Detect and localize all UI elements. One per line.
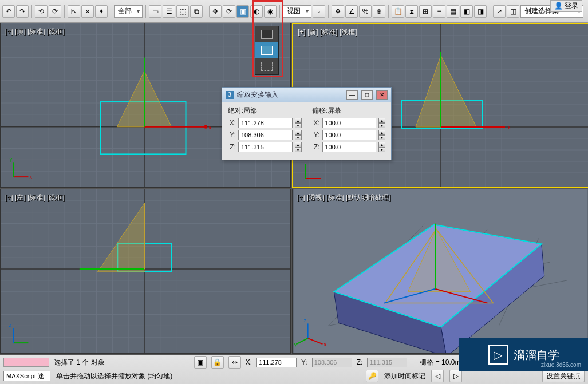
snap-button[interactable]: ❖ [332, 5, 344, 18]
named-sel-button[interactable]: 📋 [392, 5, 404, 18]
offset-screen-label: 偏移:屏幕 [312, 106, 386, 116]
time-next-button[interactable]: ▷ [449, 370, 462, 382]
layer-button[interactable]: ▤ [447, 5, 459, 18]
coord-center-button[interactable]: ▫ [313, 5, 325, 18]
coord-y-field[interactable]: 108.306 [312, 358, 352, 367]
unlink-button[interactable]: ⤫ [81, 5, 94, 18]
main-toolbar: ↶ ↷ ⟲ ⟳ ⇱ ⤫ ✦ 全部 ▭ ☰ ⬚ ⧉ ✥ ⟳ ▣ ◐ ◉ 视图 ▫ … [0, 0, 588, 23]
move-button[interactable]: ✥ [209, 5, 222, 18]
hold-button[interactable]: ⟲ [35, 5, 48, 18]
scale-transform-dialog: 3 缩放变换输入 — □ ✕ 绝对:局部 X: 111.278 ▲▼ Y: 10… [222, 87, 392, 160]
bind-button[interactable]: ✦ [95, 5, 108, 18]
region-select-button[interactable]: ⬚ [176, 5, 189, 18]
spinner-snap-button[interactable]: ⊕ [373, 5, 385, 18]
svg-text:x: x [29, 174, 32, 180]
flyout-nonuniform-scale[interactable] [255, 42, 278, 58]
absolute-local-label: 绝对:局部 [228, 106, 302, 116]
viewport-front-label: [+] [前] [标准] [线框] [298, 27, 357, 37]
login-link[interactable]: 👤 登录 [550, 0, 582, 12]
off-y-spinner[interactable]: ▲▼ [378, 130, 385, 140]
maximize-button[interactable]: □ [361, 90, 373, 100]
svg-text:x: x [508, 124, 511, 130]
abs-y-spinner[interactable]: ▲▼ [295, 130, 302, 140]
window-crossing-button[interactable]: ⧉ [190, 5, 203, 18]
placement-button[interactable]: ◐ [250, 5, 263, 18]
mirror-button[interactable]: ⧗ [405, 5, 418, 18]
flyout-squash-scale[interactable] [255, 58, 278, 74]
scale-button[interactable]: ▣ [236, 5, 249, 18]
time-tag-icon[interactable]: 🔑 [366, 370, 378, 382]
angle-snap-button[interactable]: ∠ [345, 5, 358, 18]
svg-text:z: z [9, 322, 12, 328]
filter-dropdown[interactable]: 全部 [114, 5, 143, 18]
flyout-uniform-scale[interactable] [255, 26, 278, 42]
selection-count-label: 选择了 1 个 对象 [54, 358, 105, 367]
play-icon: ▷ [488, 345, 508, 365]
close-button[interactable]: ✕ [376, 90, 388, 100]
viewport-top-label: [+] [顶] [标准] [线框] [5, 27, 65, 37]
rotate-button[interactable]: ⟳ [223, 5, 235, 18]
off-z-input[interactable]: 100.0 [322, 142, 377, 152]
viewport-perspective[interactable]: x y z [+] [透视] [标准] [默认明暗处理] [292, 189, 588, 354]
dialog-titlebar[interactable]: 3 缩放变换输入 — □ ✕ [222, 88, 391, 102]
scene-explorer-button[interactable]: ◧ [460, 5, 473, 18]
abs-x-spinner[interactable]: ▲▼ [295, 118, 302, 128]
redo-button[interactable]: ↷ [16, 5, 29, 18]
add-time-tag-label[interactable]: 添加时间标记 [384, 371, 425, 381]
maxscript-input[interactable]: MAXScript 迷 [3, 371, 50, 381]
dialog-title: 缩放变换输入 [237, 90, 343, 100]
scale-flyout [255, 26, 279, 75]
svg-text:z: z [304, 318, 307, 323]
viewport-persp-label: [+] [透视] [标准] [默认明暗处理] [297, 193, 391, 203]
svg-text:x: x [323, 342, 326, 347]
view-dropdown[interactable]: 视图 [283, 5, 311, 18]
watermark-banner: ▷ 溜溜自学 zixue.3d66.com [459, 338, 588, 371]
coord-z-label: Z: [357, 358, 363, 366]
select-name-button[interactable]: ☰ [163, 5, 175, 18]
curve-editor-button[interactable]: ↗ [493, 5, 506, 18]
lock-selection-button[interactable]: ▣ [194, 356, 207, 369]
set-key-button[interactable]: 设置关键点 [542, 370, 585, 382]
link-button[interactable]: ⇱ [68, 5, 80, 18]
coord-x-label: X: [246, 358, 252, 366]
watermark-url: zixue.3d66.com [541, 362, 581, 368]
abs-x-input[interactable]: 111.278 [238, 118, 293, 128]
coord-y-label: Y: [301, 358, 307, 366]
svg-text:x: x [208, 124, 211, 130]
prompt-hint: 单击并拖动以选择并缩放对象 (均匀地) [56, 371, 172, 381]
watermark-text: 溜溜自学 [514, 347, 559, 363]
off-x-input[interactable]: 100.0 [322, 118, 377, 128]
time-prev-button[interactable]: ◁ [431, 370, 444, 382]
align-button[interactable]: ≡ [433, 5, 445, 18]
array-button[interactable]: ⊞ [419, 5, 432, 18]
abs-z-input[interactable]: 111.315 [238, 142, 293, 152]
abs-y-input[interactable]: 108.306 [238, 130, 293, 140]
app-icon: 3 [226, 91, 234, 99]
coord-z-field[interactable]: 111.315 [367, 358, 407, 367]
toggle-ribbon-button[interactable]: ◨ [474, 5, 487, 18]
svg-text:y: y [10, 156, 13, 162]
off-x-spinner[interactable]: ▲▼ [378, 118, 385, 128]
select-button[interactable]: ▭ [149, 5, 161, 18]
svg-point-7 [204, 125, 207, 129]
minimize-button[interactable]: — [346, 90, 358, 100]
schematic-button[interactable]: ◫ [507, 5, 519, 18]
abs-z-spinner[interactable]: ▲▼ [295, 142, 302, 152]
percent-snap-button[interactable]: % [359, 5, 372, 18]
manipulate-button[interactable]: ◉ [264, 5, 277, 18]
abs-transform-button[interactable]: ⇔ [228, 356, 241, 369]
object-color-swatch[interactable] [3, 358, 49, 367]
viewport-left-label: [+] [左] [标准] [线框] [5, 193, 65, 203]
fetch-button[interactable]: ⟳ [49, 5, 61, 18]
coord-x-field[interactable]: 111.278 [256, 358, 297, 367]
lock-icon[interactable]: 🔒 [211, 356, 224, 369]
undo-button[interactable]: ↶ [2, 5, 15, 18]
off-z-spinner[interactable]: ▲▼ [378, 142, 385, 152]
viewport-left[interactable]: z [+] [左] [标准] [线框] [0, 189, 291, 354]
viewport-container: x x y [+] [顶] [标准] [线框] x [0, 23, 588, 355]
svg-text:y: y [294, 342, 297, 347]
off-y-input[interactable]: 100.0 [322, 130, 377, 140]
